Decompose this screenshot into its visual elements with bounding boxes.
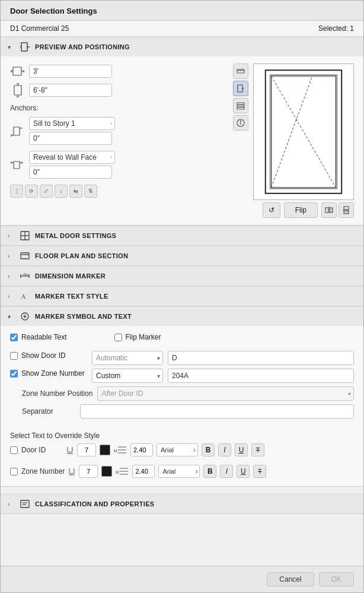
dimension-icon: dim <box>20 271 30 281</box>
section-preview-header[interactable]: ▾ PREVIEW AND POSITIONING <box>1 37 363 56</box>
zone-font-select[interactable]: Arial Helvetica <box>158 465 200 478</box>
show-door-id-checkbox[interactable] <box>10 352 18 360</box>
door-id-dropdown[interactable]: Automatic <box>92 351 163 365</box>
transform-btn-1[interactable]: ⌶ <box>10 185 23 198</box>
door-id-size-input[interactable]: 2.40 <box>130 443 153 456</box>
preview-canvas-area: ↺ Flip <box>253 64 354 218</box>
separator-input[interactable] <box>80 404 354 418</box>
window: Door Selection Settings D1 Commercial 25… <box>0 0 364 593</box>
zone-strikethrough-btn[interactable]: T <box>253 465 266 478</box>
show-zone-number-label[interactable]: Show Zone Number <box>21 369 85 378</box>
tool-door[interactable] <box>233 81 248 96</box>
svg-rect-42 <box>330 208 333 213</box>
section-dimension-header[interactable]: › dim DIMENSION MARKER <box>1 266 363 286</box>
selected-count: Selected: 1 <box>318 24 354 33</box>
height-input[interactable]: 6'-8" <box>29 84 112 97</box>
section-floor-plan-title: FLOOR PLAN AND SECTION <box>35 252 128 259</box>
door-id-font-select[interactable]: Arial Helvetica <box>157 443 198 456</box>
zone-number-dropdown[interactable]: Custom Automatic <box>92 369 163 383</box>
section-marker-text-header[interactable]: › A MARKER TEXT STYLE <box>1 286 363 306</box>
anchor2-icon <box>10 157 25 173</box>
door-id-italic-btn[interactable]: I <box>218 443 231 456</box>
chevron-down-icon: ▾ <box>8 44 15 50</box>
door-id-value-input[interactable]: D <box>168 351 354 365</box>
door-id-override-label[interactable]: Door ID <box>21 446 63 454</box>
underline-icon <box>66 446 74 454</box>
door-id-override-checkbox[interactable] <box>10 446 18 454</box>
tool-info[interactable] <box>233 115 248 131</box>
zone-color-swatch[interactable] <box>101 466 112 477</box>
readable-text-label[interactable]: Readable Text <box>21 333 67 341</box>
preview-tools <box>233 64 248 218</box>
chevron-right-icon-2: › <box>8 253 15 259</box>
main-content: ▾ PREVIEW AND POSITIONING <box>1 37 363 566</box>
zone-number-override-checkbox[interactable] <box>10 468 18 475</box>
zone-num-input[interactable]: 7 <box>79 465 98 478</box>
show-door-id-label[interactable]: Show Door ID <box>21 351 66 360</box>
zone-number-value-input[interactable]: 204A <box>168 369 354 383</box>
show-zone-number-checkbox[interactable] <box>10 370 18 378</box>
section-floor-plan-header[interactable]: › FLOOR PLAN AND SECTION <box>1 246 363 265</box>
svg-rect-41 <box>325 208 328 213</box>
door-id-color-swatch[interactable] <box>100 445 110 455</box>
sub-header: D1 Commercial 25 Selected: 1 <box>1 21 363 37</box>
zone-size-input[interactable]: 2.40 <box>132 465 155 478</box>
anchor1-value-input[interactable]: 0" <box>29 132 112 145</box>
transform-btn-5[interactable]: ⇆ <box>69 185 82 198</box>
width-input[interactable]: 3' <box>29 65 112 78</box>
anchor1-dropdown[interactable]: Sill to Story 1 › <box>29 117 115 130</box>
transform-btn-4[interactable]: ↕ <box>55 185 68 198</box>
svg-text:M: M <box>116 470 119 474</box>
door-id-num-input[interactable]: 7 <box>77 443 96 456</box>
tool-measure[interactable] <box>233 64 248 79</box>
flip-marker-checkbox[interactable] <box>114 334 122 341</box>
anchor2-dropdown[interactable]: Reveal to Wall Face › <box>29 151 115 164</box>
section-marker-symbol-title: MARKER SYMBOL AND TEXT <box>35 313 132 320</box>
zone-italic-btn[interactable]: I <box>220 465 233 478</box>
transform-btn-3[interactable]: ⤢ <box>40 185 53 198</box>
transform-btn-2[interactable]: ⟳ <box>25 185 38 198</box>
section-marker-symbol-header[interactable]: ▾ MARKER SYMBOL AND TEXT <box>1 306 363 326</box>
ok-button[interactable]: OK <box>319 572 354 586</box>
height-row: 6'-8" <box>10 83 227 98</box>
section-metal-door-header[interactable]: › METAL DOOR SETTINGS <box>1 226 363 245</box>
section-classification-header[interactable]: › CLASSIFICATION AND PROPERTIES <box>1 494 363 513</box>
door-id-underline-btn[interactable]: U <box>235 443 248 456</box>
zone-underline-btn[interactable]: U <box>237 465 250 478</box>
svg-rect-31 <box>237 105 244 107</box>
rotate-left-btn[interactable]: ↺ <box>263 202 280 218</box>
section-marker-text: › A MARKER TEXT STYLE <box>1 286 363 306</box>
floor-plan-icon <box>20 250 30 261</box>
preview-controls-left: 3' 6'-8" <box>10 64 227 218</box>
tool-layers[interactable] <box>233 98 248 113</box>
flip-marker-label[interactable]: Flip Marker <box>126 333 161 341</box>
door-id-strikethrough-btn[interactable]: T <box>251 443 264 456</box>
section-metal-door: › METAL DOOR SETTINGS <box>1 226 363 246</box>
mirror-v-btn[interactable] <box>339 202 354 218</box>
spacer <box>1 487 363 494</box>
zone-number-override-label[interactable]: Zone Number <box>21 467 65 475</box>
door-preview-canvas <box>253 64 354 200</box>
flip-btn[interactable]: Flip <box>284 202 318 218</box>
svg-rect-45 <box>344 211 349 214</box>
readable-flip-row: Readable Text Flip Marker <box>10 333 354 346</box>
door-id-bold-btn[interactable]: B <box>202 443 215 456</box>
svg-text:M: M <box>114 449 117 453</box>
transform-btn-6[interactable]: ⇅ <box>84 185 97 198</box>
anchor2-value-input[interactable]: 0" <box>29 166 112 179</box>
zone-bold-btn[interactable]: B <box>203 465 216 478</box>
svg-rect-13 <box>14 127 20 135</box>
preview-icon <box>20 42 30 52</box>
zone-underline-icon <box>68 467 75 475</box>
zone-position-dropdown[interactable]: After Door ID Before Door ID <box>97 386 354 401</box>
chevron-down-icon-2: ▾ <box>8 313 15 320</box>
section-floor-plan: › FLOOR PLAN AND SECTION <box>1 246 363 266</box>
section-classification-title: CLASSIFICATION AND PROPERTIES <box>35 500 154 508</box>
marker-text-icon: A <box>20 291 30 302</box>
readable-text-checkbox[interactable] <box>10 334 18 341</box>
section-marker-text-title: MARKER TEXT STYLE <box>35 293 108 300</box>
mirror-h-btn[interactable] <box>321 202 337 218</box>
title-bar: Door Selection Settings <box>1 1 363 21</box>
chevron-right-icon-5: › <box>8 501 15 508</box>
cancel-button[interactable]: Cancel <box>267 572 314 586</box>
